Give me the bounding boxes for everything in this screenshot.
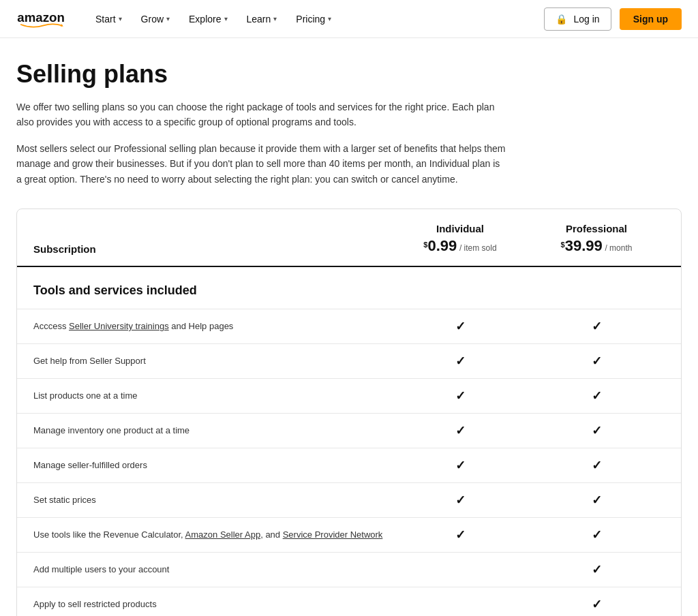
table-header: Subscription Individual $0.99 / item sol…: [17, 209, 681, 267]
professional-check-2: ✓: [528, 354, 665, 369]
individual-check-2: ✓: [392, 354, 528, 369]
professional-check-9: ✓: [528, 597, 665, 612]
individual-plan-price: $0.99 / item sold: [392, 237, 528, 255]
professional-check-5: ✓: [528, 458, 665, 473]
feature-row-seller-university: Acccess Seller University trainings and …: [17, 309, 681, 343]
professional-check-1: ✓: [528, 319, 665, 334]
nav-item-pricing[interactable]: Pricing ▾: [288, 8, 339, 30]
individual-plan-period: / item sold: [459, 243, 497, 253]
professional-col-header: Professional $39.99 / month: [528, 223, 665, 255]
nav-item-grow[interactable]: Grow ▾: [133, 8, 178, 30]
feature-name: Get help from Seller Support: [33, 354, 392, 368]
individual-check-1: ✓: [392, 319, 528, 334]
individual-check-7: ✓: [392, 527, 528, 542]
individual-col-header: Individual $0.99 / item sold: [392, 223, 528, 255]
feature-name: Acccess Seller University trainings and …: [33, 320, 392, 333]
feature-name: List products one at a time: [33, 389, 392, 403]
svg-text:amazon: amazon: [17, 10, 64, 25]
feature-row-tools: Use tools like the Revenue Calculator, A…: [17, 517, 681, 552]
feature-row-seller-support: Get help from Seller Support ✓ ✓: [17, 343, 681, 378]
main-content: Selling plans We offer two selling plans…: [0, 38, 698, 616]
chevron-down-icon: ▾: [273, 15, 277, 22]
professional-plan-name: Professional: [528, 223, 665, 234]
professional-check-3: ✓: [528, 388, 665, 403]
page-description-1: We offer two selling plans so you can ch…: [16, 99, 507, 130]
login-button[interactable]: 🔒 Log in: [544, 7, 611, 31]
navbar: amazon Start ▾ Grow ▾ Explore ▾ Learn ▾ …: [0, 0, 698, 38]
subscription-col-header: Subscription: [33, 243, 392, 255]
individual-check-3: ✓: [392, 388, 528, 403]
feature-row-static-prices: Set static prices ✓ ✓: [17, 482, 681, 517]
feature-row-restricted-products: Apply to sell restricted products ✓: [17, 587, 681, 616]
nav-item-start[interactable]: Start ▾: [87, 8, 130, 30]
professional-check-7: ✓: [528, 527, 665, 542]
chevron-down-icon: ▾: [119, 15, 122, 22]
professional-check-8: ✓: [528, 562, 665, 577]
nav-items: Start ▾ Grow ▾ Explore ▾ Learn ▾ Pricing…: [87, 8, 544, 30]
chevron-down-icon: ▾: [328, 15, 331, 22]
feature-name: Set static prices: [33, 493, 392, 507]
page-description-2: Most sellers select our Professional sel…: [16, 141, 507, 187]
nav-item-explore[interactable]: Explore ▾: [181, 8, 235, 30]
individual-check-5: ✓: [392, 458, 528, 473]
amazon-logo-link[interactable]: amazon: [16, 7, 71, 31]
feature-row-seller-fulfilled: Manage seller-fulfilled orders ✓ ✓: [17, 448, 681, 482]
professional-plan-period: / month: [605, 243, 632, 253]
feature-row-list-products: List products one at a time ✓ ✓: [17, 378, 681, 413]
individual-check-6: ✓: [392, 493, 528, 508]
feature-row-multiple-users: Add multiple users to your account ✓: [17, 552, 681, 587]
comparison-table: Subscription Individual $0.99 / item sol…: [16, 209, 682, 616]
service-provider-network-link[interactable]: Service Provider Network: [283, 529, 383, 540]
amazon-seller-app-link[interactable]: Amazon Seller App: [185, 529, 261, 540]
seller-university-link[interactable]: Seller University trainings: [69, 321, 169, 331]
nav-actions: 🔒 Log in Sign up: [544, 7, 682, 31]
chevron-down-icon: ▾: [224, 15, 228, 22]
professional-plan-price: $39.99 / month: [528, 237, 665, 255]
lock-icon: 🔒: [556, 14, 567, 25]
feature-name: Add multiple users to your account: [33, 563, 392, 576]
professional-check-4: ✓: [528, 423, 665, 438]
tools-section-heading: Tools and services included: [17, 267, 681, 309]
chevron-down-icon: ▾: [166, 15, 170, 22]
feature-row-manage-inventory: Manage inventory one product at a time ✓…: [17, 413, 681, 448]
individual-plan-name: Individual: [392, 223, 528, 234]
feature-name: Use tools like the Revenue Calculator, A…: [33, 528, 392, 542]
page-title: Selling plans: [16, 60, 682, 89]
feature-name: Manage seller-fulfilled orders: [33, 459, 392, 472]
feature-name: Manage inventory one product at a time: [33, 424, 392, 437]
individual-check-4: ✓: [392, 423, 528, 438]
professional-check-6: ✓: [528, 493, 665, 508]
signup-button[interactable]: Sign up: [620, 8, 682, 30]
feature-name: Apply to sell restricted products: [33, 598, 392, 611]
nav-item-learn[interactable]: Learn ▾: [239, 8, 286, 30]
